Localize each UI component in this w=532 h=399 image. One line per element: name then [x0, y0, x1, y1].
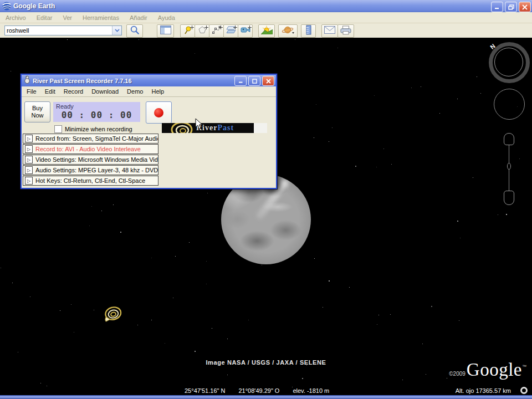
status-bar: 25°47'51.16" N 21°08'49.29" O elev. -181…	[0, 387, 532, 395]
zoom-slider	[502, 133, 517, 208]
google-logo-copyright: ©2009	[449, 371, 466, 377]
recorder-menu-edit[interactable]: Edit	[45, 88, 55, 95]
email-icon	[324, 26, 335, 36]
expand-arrow-icon[interactable]: ▷	[25, 145, 33, 153]
switch-planets-icon	[282, 25, 295, 37]
expand-arrow-icon[interactable]: ▷	[25, 135, 33, 142]
google-logo: ©2009 Google ™	[449, 360, 526, 380]
window-title: Google Earth	[13, 2, 55, 10]
recorder-menu-demo[interactable]: Demo	[127, 88, 143, 95]
plus-badge	[233, 25, 237, 29]
audio-settings-label: Audio Settings: MPEG Layer-3, 48 khz - D…	[35, 167, 158, 173]
google-earth-window: Google Earth Archivo Editar Ver Herramie…	[0, 0, 532, 399]
video-settings-row[interactable]: ▷ Video Settings: Microsoft Windows Medi…	[23, 155, 158, 165]
menu-archivo[interactable]: Archivo	[6, 14, 26, 21]
record-to-row[interactable]: ▷ Record to: AVI - Audio Video Interleav…	[23, 144, 158, 154]
eye-altitude-value: Alt. ojo 17365.57 km	[456, 387, 511, 394]
add-placemark-button[interactable]	[180, 24, 195, 38]
print-icon	[340, 25, 351, 37]
recorder-title: River Past Screen Recorder 7.7.16	[33, 78, 132, 84]
hot-keys-row[interactable]: ▷ Hot Keys: Ctl-Return, Ctl-End, Ctl-Spa…	[23, 176, 158, 186]
plus-badge	[219, 25, 223, 29]
close-button[interactable]	[519, 2, 531, 12]
google-earth-logo-icon	[2, 2, 11, 11]
expand-arrow-icon[interactable]: ▷	[25, 166, 33, 174]
toggle-sidebar-button[interactable]	[157, 24, 174, 38]
window-titlebar[interactable]: Google Earth	[0, 0, 532, 12]
recorder-close-button[interactable]	[262, 76, 274, 86]
search-dropdown-button[interactable]	[112, 26, 121, 35]
google-logo-trademark: ™	[522, 364, 526, 369]
minimize-when-recording-checkbox[interactable]	[54, 125, 62, 133]
add-polygon-button[interactable]	[195, 24, 209, 38]
record-button[interactable]	[146, 101, 172, 124]
riverpast-spiral-icon	[162, 123, 194, 133]
recorder-menu-download[interactable]: Download	[91, 88, 119, 95]
record-dot-icon	[154, 108, 163, 117]
recorder-status-display: Ready 00 : 00 : 00	[53, 102, 140, 122]
plus-badge	[204, 25, 208, 29]
record-from-row[interactable]: ▷ Record from: Screen, SigmaTel C-Major …	[23, 134, 158, 144]
switch-planets-button[interactable]	[278, 24, 298, 38]
riverpast-logo-text: RiverPast	[196, 124, 234, 132]
menu-ver[interactable]: Ver	[63, 14, 72, 21]
add-image-overlay-button[interactable]	[223, 24, 238, 38]
search-button[interactable]	[126, 24, 143, 38]
riverpast-logo-river: River	[196, 124, 217, 132]
main-toolbar	[0, 23, 532, 38]
recorder-titlebar[interactable]: River Past Screen Recorder 7.7.16	[22, 75, 276, 86]
minimize-button[interactable]	[491, 2, 503, 12]
record-from-label: Record from: Screen, SigmaTel C-Major Au…	[35, 135, 158, 142]
window-bottom-border	[0, 395, 532, 399]
main-menubar: Archivo Editar Ver Herramientas Añadir A…	[0, 12, 532, 23]
look-joystick[interactable]	[494, 89, 525, 120]
menu-editar[interactable]: Editar	[37, 14, 53, 21]
ruler-button[interactable]	[301, 24, 316, 38]
recorder-menubar: File Edit Record Download Demo Help	[22, 86, 276, 97]
window-controls	[491, 2, 531, 12]
plus-badge	[248, 25, 252, 29]
coordinates-readout: 25°47'51.16" N 21°08'49.29" O elev. -181…	[185, 387, 329, 394]
restore-button[interactable]	[505, 2, 517, 12]
recorder-app-icon	[24, 75, 30, 86]
search-icon	[130, 25, 140, 37]
latitude-value: 25°47'51.16" N	[185, 387, 225, 394]
recorder-content: Buy Now Ready 00 : 00 : 00 Minimize when…	[22, 97, 276, 186]
recorder-maximize-button[interactable]	[248, 76, 260, 86]
recorder-minimize-button[interactable]	[234, 76, 247, 86]
sunlight-button[interactable]	[258, 24, 275, 38]
record-to-label: Record to: AVI - Audio Video Interleave	[35, 146, 141, 152]
buy-now-line2: Now	[31, 112, 43, 119]
recorder-status-text: Ready	[56, 103, 74, 110]
expand-arrow-icon[interactable]: ▷	[25, 177, 33, 185]
expand-arrow-icon[interactable]: ▷	[25, 156, 33, 163]
riverpast-watermark-icon	[99, 303, 126, 328]
recorder-menu-help[interactable]: Help	[151, 88, 164, 95]
menu-anadir[interactable]: Añadir	[130, 14, 147, 21]
zoom-handle[interactable]	[507, 163, 511, 170]
recorder-menu-record[interactable]: Record	[64, 88, 83, 95]
menu-herramientas[interactable]: Herramientas	[83, 14, 119, 21]
minimize-when-recording-label: Minimize when recording	[65, 126, 132, 132]
email-button[interactable]	[321, 24, 338, 38]
recorder-timer: 00 : 00 : 00	[53, 110, 140, 120]
video-settings-label: Video Settings: Microsoft Windows Media …	[35, 156, 158, 163]
riverpast-logo-past: Past	[217, 124, 234, 132]
record-tour-button[interactable]	[238, 24, 253, 38]
recorder-menu-file[interactable]: File	[27, 88, 37, 95]
zoom-in-button[interactable]	[504, 133, 514, 145]
zoom-out-button[interactable]	[504, 191, 514, 205]
plus-badge	[190, 25, 194, 29]
hot-keys-label: Hot Keys: Ctl-Return, Ctl-End, Ctl-Space	[35, 177, 145, 184]
print-button[interactable]	[337, 24, 354, 38]
minimize-when-recording-row: Minimize when recording	[54, 125, 132, 133]
menu-ayuda[interactable]: Ayuda	[158, 14, 175, 21]
sunlight-icon	[261, 25, 273, 37]
add-path-button[interactable]	[209, 24, 224, 38]
buy-now-button[interactable]: Buy Now	[24, 101, 50, 122]
search-combobox[interactable]	[4, 25, 122, 35]
audio-settings-row[interactable]: ▷ Audio Settings: MPEG Layer-3, 48 khz -…	[23, 165, 158, 175]
river-past-recorder-dialog[interactable]: River Past Screen Recorder 7.7.16 File E…	[21, 74, 277, 189]
search-input[interactable]	[5, 27, 112, 34]
elevation-value: elev. -1810 m	[293, 387, 329, 394]
